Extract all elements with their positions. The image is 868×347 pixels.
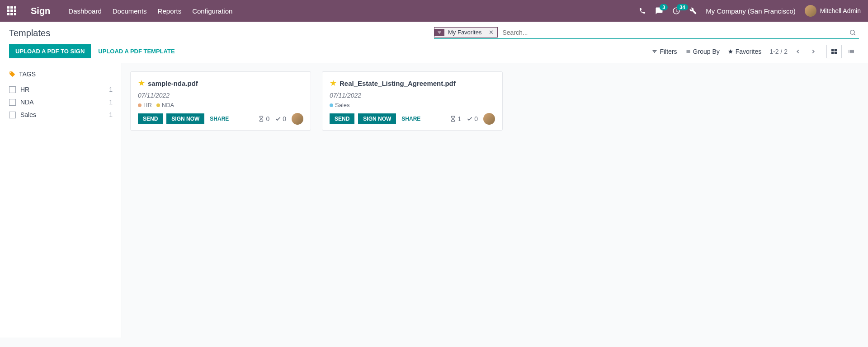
filter-icon	[434, 29, 444, 36]
filters-button[interactable]: Filters	[652, 48, 677, 55]
upload-pdf-template-button[interactable]: UPLOAD A PDF TEMPLATE	[98, 44, 175, 58]
card-stats: 0 0	[258, 113, 303, 125]
pending-stat: 0	[258, 115, 269, 122]
favorites-label: Favorites	[736, 48, 762, 55]
filters-label: Filters	[660, 48, 677, 55]
tag-count: 1	[109, 98, 113, 106]
pager-next[interactable]	[808, 47, 818, 56]
pager-prev[interactable]	[793, 47, 803, 56]
nav-dashboard[interactable]: Dashboard	[68, 7, 101, 15]
card-tag: HR	[138, 102, 152, 108]
tools-icon[interactable]	[689, 7, 697, 14]
star-icon[interactable]: ★	[138, 78, 145, 88]
tag-row[interactable]: Sales 1	[9, 108, 113, 121]
activities-badge: 34	[677, 4, 688, 10]
card-title: Real_Estate_Listing_Agreement.pdf	[340, 80, 456, 87]
view-switch	[826, 45, 859, 58]
card-tags: Sales	[330, 102, 495, 108]
phone-icon[interactable]	[639, 7, 646, 14]
card-tags: HRNDA	[138, 102, 303, 108]
svg-rect-1	[831, 49, 834, 51]
responsible-avatar[interactable]	[483, 113, 495, 125]
card-date: 07/11/2022	[330, 92, 495, 99]
tag-label: NDA	[20, 98, 109, 106]
sidebar-header-label: TAGS	[19, 70, 36, 78]
controlbar: Templates My Favorites ✕ UPLOAD A PDF TO…	[0, 22, 868, 63]
apps-icon[interactable]	[7, 6, 16, 15]
svg-point-0	[850, 30, 854, 34]
tag-checkbox[interactable]	[9, 86, 16, 93]
groupby-button[interactable]: Group By	[685, 48, 720, 55]
sidebar-tags-header: TAGS	[9, 70, 113, 78]
activities-icon[interactable]: 34	[672, 7, 680, 15]
pager-text: 1-2 / 2	[769, 48, 788, 55]
card-date: 07/11/2022	[138, 92, 303, 99]
avatar	[805, 5, 816, 17]
upload-pdf-sign-button[interactable]: UPLOAD A PDF TO SIGN	[9, 44, 91, 58]
card-title: sample-nda.pdf	[148, 80, 198, 87]
svg-rect-2	[835, 49, 837, 51]
controlbar-row1: Templates My Favorites ✕	[9, 27, 859, 39]
toolbar-right: Filters Group By Favorites 1-2 / 2	[652, 45, 859, 58]
card-tag: Sales	[330, 102, 350, 108]
pending-stat: 1	[450, 115, 461, 122]
main: TAGS HR 1 NDA 1 Sales 1 ★ sample-nda.pdf…	[0, 63, 868, 338]
tag-label: Sales	[20, 111, 109, 118]
filter-chip-close[interactable]: ✕	[485, 28, 497, 37]
topbar-right: 3 34 My Company (San Francisco) Mitchell…	[639, 5, 861, 17]
template-card[interactable]: ★ sample-nda.pdf 07/11/2022 HRNDA SEND S…	[130, 71, 311, 131]
card-actions: SEND SIGN NOW SHARE 1 0	[330, 113, 495, 125]
page-title: Templates	[9, 28, 50, 38]
messages-badge: 3	[660, 4, 668, 10]
responsible-avatar[interactable]	[292, 113, 303, 125]
content: ★ sample-nda.pdf 07/11/2022 HRNDA SEND S…	[122, 63, 868, 338]
card-stats: 1 0	[450, 113, 495, 125]
messages-icon[interactable]: 3	[655, 7, 663, 15]
tag-count: 1	[109, 86, 113, 93]
tag-row[interactable]: HR 1	[9, 83, 113, 96]
brand[interactable]: Sign	[31, 6, 50, 16]
card-tag: NDA	[156, 102, 174, 108]
nav-configuration[interactable]: Configuration	[192, 7, 232, 15]
search-input[interactable]	[500, 28, 846, 37]
list-view-button[interactable]	[844, 45, 859, 58]
search-area: My Favorites ✕	[434, 27, 859, 39]
send-button[interactable]: SEND	[138, 113, 163, 124]
signed-stat: 0	[467, 115, 478, 122]
tag-count: 1	[109, 111, 113, 118]
card-title-row: ★ Real_Estate_Listing_Agreement.pdf	[330, 78, 495, 88]
controlbar-row2: UPLOAD A PDF TO SIGN UPLOAD A PDF TEMPLA…	[9, 44, 859, 63]
svg-rect-4	[835, 52, 837, 54]
topbar: Sign Dashboard Documents Reports Configu…	[0, 0, 868, 22]
tag-row[interactable]: NDA 1	[9, 96, 113, 108]
card-title-row: ★ sample-nda.pdf	[138, 78, 303, 88]
pager: 1-2 / 2	[769, 47, 818, 56]
sign-now-button[interactable]: SIGN NOW	[358, 113, 396, 124]
nav-reports[interactable]: Reports	[158, 7, 182, 15]
share-button[interactable]: SHARE	[401, 116, 420, 122]
sidebar: TAGS HR 1 NDA 1 Sales 1	[0, 63, 122, 338]
tag-label: HR	[20, 86, 109, 93]
filter-chip-favorites: My Favorites ✕	[434, 27, 498, 38]
topbar-left: Sign Dashboard Documents Reports Configu…	[7, 6, 232, 16]
filter-chip-label: My Favorites	[444, 28, 485, 37]
kanban-view-button[interactable]	[826, 45, 842, 58]
groupby-label: Group By	[693, 48, 720, 55]
user-menu[interactable]: Mitchell Admin	[805, 5, 861, 17]
tag-checkbox[interactable]	[9, 112, 16, 118]
company-selector[interactable]: My Company (San Francisco)	[706, 7, 795, 15]
share-button[interactable]: SHARE	[210, 116, 229, 122]
nav-documents[interactable]: Documents	[113, 7, 147, 15]
signed-stat: 0	[275, 115, 286, 122]
svg-rect-3	[831, 52, 834, 54]
favorites-button[interactable]: Favorites	[728, 48, 762, 55]
send-button[interactable]: SEND	[330, 113, 354, 124]
card-actions: SEND SIGN NOW SHARE 0 0	[138, 113, 303, 125]
template-card[interactable]: ★ Real_Estate_Listing_Agreement.pdf 07/1…	[322, 71, 503, 131]
star-icon[interactable]: ★	[330, 78, 337, 88]
tag-icon	[9, 71, 15, 77]
user-name: Mitchell Admin	[820, 7, 861, 14]
sign-now-button[interactable]: SIGN NOW	[166, 113, 204, 124]
tag-checkbox[interactable]	[9, 99, 16, 106]
search-icon[interactable]	[846, 29, 859, 36]
